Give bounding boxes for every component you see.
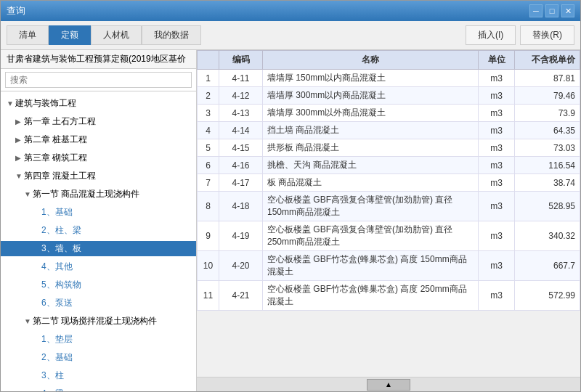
cell-price: 79.46 <box>515 87 580 105</box>
table-row[interactable]: 6 4-16 挑檐、天沟 商品混凝土 m3 116.54 <box>198 157 580 174</box>
cell-code: 4-21 <box>219 281 263 311</box>
cell-name: 挡土墙 商品混凝土 <box>263 122 479 139</box>
tree-node-label: 第三章 砌筑工程 <box>24 152 193 164</box>
tree-node-label: 建筑与装饰工程 <box>15 97 193 110</box>
list-item: 5、构筑物 <box>1 276 196 294</box>
tree-node-label: 第二节 现场搅拌混凝土现浇构件 <box>33 315 193 327</box>
cell-num: 2 <box>198 87 219 105</box>
window-title: 查询 <box>7 4 25 17</box>
tree-node-ch4s2i2[interactable]: 2、基础 <box>1 350 196 365</box>
list-item: ▼ 第四章 混凝土工程 <box>1 167 196 185</box>
tree-node-ch3[interactable]: ▶ 第三章 砌筑工程 <box>1 150 196 166</box>
table-row[interactable]: 9 4-19 空心板楼盖 GBF高强复合薄壁管(加劲肋管) 直径 250mm商品… <box>198 221 580 251</box>
right-panel: 编码 名称 单位 不含税单价 1 4-11 墙墙厚 150mm以内商品混凝土 m… <box>197 50 580 391</box>
bottom-bar: ▲ <box>197 377 580 391</box>
cell-price: 73.03 <box>515 139 580 157</box>
tree-node-ch4s1i5[interactable]: 5、构筑物 <box>1 277 196 293</box>
cell-unit: m3 <box>479 281 515 311</box>
replace-button[interactable]: 替换(R) <box>520 25 574 45</box>
tab-mydata[interactable]: 我的数据 <box>142 25 201 45</box>
table-row[interactable]: 8 4-18 空心板楼盖 GBF高强复合薄壁管(加劲肋管) 直径 150mm商品… <box>198 192 580 221</box>
tree-node-label: 5、构筑物 <box>41 279 193 291</box>
tab-rencaiji[interactable]: 人材机 <box>91 25 142 45</box>
tree-node-ch4s2i3[interactable]: 3、柱 <box>1 368 196 383</box>
list-item: 1、基础 <box>1 203 196 221</box>
window-controls: ─ □ ✕ <box>529 4 574 17</box>
list-item: 2、柱、梁 <box>1 221 196 240</box>
cell-num: 8 <box>198 192 219 221</box>
table-row[interactable]: 1 4-11 墙墙厚 150mm以内商品混凝土 m3 87.81 <box>198 70 580 87</box>
cell-unit: m3 <box>479 105 515 122</box>
cell-code: 4-17 <box>219 174 263 192</box>
tab-dinge[interactable]: 定额 <box>49 25 91 45</box>
tree-node-label: 6、泵送 <box>41 297 193 309</box>
tree-node-ch4s2i1[interactable]: 1、垫层 <box>1 332 196 347</box>
tree-node-ch4s1i6[interactable]: 6、泵送 <box>1 295 196 311</box>
left-panel: 甘肃省建筑与装饰工程预算定额(2019地区基价 ▼ 建筑与装饰工程 ▶ 第一章 … <box>1 50 197 391</box>
cell-code: 4-12 <box>219 87 263 105</box>
tree-node-label: 2、柱、梁 <box>41 224 193 237</box>
table-row[interactable]: 3 4-13 墙墙厚 300mm以外商品混凝土 m3 73.9 <box>198 105 580 122</box>
tree-node-ch4s2i4[interactable]: 4、梁 <box>1 386 196 391</box>
maximize-button[interactable]: □ <box>545 4 558 17</box>
cell-code: 4-20 <box>219 251 263 281</box>
table-row[interactable]: 2 4-12 墙墙厚 300mm以内商品混凝土 m3 79.46 <box>198 87 580 105</box>
cell-name: 空心板楼盖 GBF竹芯盒(蜂巢芯盒) 高度 250mm商品混凝土 <box>263 281 479 311</box>
cell-unit: m3 <box>479 70 515 87</box>
list-item: ▼ 建筑与装饰工程 <box>1 94 196 113</box>
table-row[interactable]: 11 4-21 空心板楼盖 GBF竹芯盒(蜂巢芯盒) 高度 250mm商品混凝土… <box>198 281 580 311</box>
cell-name: 空心板楼盖 GBF竹芯盒(蜂巢芯盒) 高度 150mm商品混凝土 <box>263 251 479 281</box>
table-row[interactable]: 5 4-15 拱形板 商品混凝土 m3 73.03 <box>198 139 580 157</box>
list-item: ▶ 第二章 桩基工程 <box>1 131 196 149</box>
tree-node-ch4[interactable]: ▼ 第四章 混凝土工程 <box>1 168 196 184</box>
cell-unit: m3 <box>479 221 515 251</box>
cell-price: 64.35 <box>515 122 580 139</box>
tree-node-label: 第一节 商品混凝土现浇构件 <box>33 188 193 200</box>
tree-node-ch4s1i3[interactable]: 3、墙、板 <box>1 241 196 256</box>
cell-unit: m3 <box>479 122 515 139</box>
action-buttons: 插入(I) 替换(R) <box>466 25 574 45</box>
search-box <box>1 69 196 91</box>
quota-library-title: 甘肃省建筑与装饰工程预算定额(2019地区基价 <box>7 54 186 64</box>
cell-unit: m3 <box>479 174 515 192</box>
tree-node-root[interactable]: ▼ 建筑与装饰工程 <box>1 96 196 111</box>
expand-icon: ▼ <box>7 99 15 107</box>
tree-node-ch2[interactable]: ▶ 第二章 桩基工程 <box>1 132 196 147</box>
cell-name: 空心板楼盖 GBF高强复合薄壁管(加劲肋管) 直径 150mm商品混凝土 <box>263 192 479 221</box>
tree-node-ch4s1i1[interactable]: 1、基础 <box>1 205 196 220</box>
cell-num: 1 <box>198 70 219 87</box>
cell-code: 4-11 <box>219 70 263 87</box>
expand-icon: ▼ <box>24 190 33 198</box>
cell-unit: m3 <box>479 251 515 281</box>
tree-node-ch4s1[interactable]: ▼ 第一节 商品混凝土现浇构件 <box>1 187 196 202</box>
expand-icon: ▼ <box>24 317 33 325</box>
table-row[interactable]: 4 4-14 挡土墙 商品混凝土 m3 64.35 <box>198 122 580 139</box>
tree-node-ch4s1i4[interactable]: 4、其他 <box>1 259 196 274</box>
col-header-price: 不含税单价 <box>515 51 580 70</box>
cell-code: 4-14 <box>219 122 263 139</box>
expand-icon: ▼ <box>15 172 24 180</box>
cell-name: 空心板楼盖 GBF高强复合薄壁管(加劲肋管) 直径 250mm商品混凝土 <box>263 221 479 251</box>
minimize-button[interactable]: ─ <box>529 4 543 17</box>
cell-code: 4-18 <box>219 192 263 221</box>
expand-icon: ▶ <box>15 118 24 126</box>
insert-button[interactable]: 插入(I) <box>466 25 516 45</box>
table-row[interactable]: 7 4-17 板 商品混凝土 m3 38.74 <box>198 174 580 192</box>
list-item: ▼ 第二节 现场搅拌混凝土现浇构件 <box>1 312 196 330</box>
tree-node-ch4s1i2[interactable]: 2、柱、梁 <box>1 223 196 238</box>
cell-code: 4-16 <box>219 157 263 174</box>
tree-node-ch4s2[interactable]: ▼ 第二节 现场搅拌混凝土现浇构件 <box>1 314 196 329</box>
cell-num: 10 <box>198 251 219 281</box>
table-row[interactable]: 10 4-20 空心板楼盖 GBF竹芯盒(蜂巢芯盒) 高度 150mm商品混凝土… <box>198 251 580 281</box>
cell-unit: m3 <box>479 192 515 221</box>
list-item: 6、泵送 <box>1 294 196 312</box>
cell-name: 拱形板 商品混凝土 <box>263 139 479 157</box>
cell-num: 9 <box>198 221 219 251</box>
search-input[interactable] <box>5 72 192 88</box>
tab-qingdan[interactable]: 清单 <box>7 25 49 45</box>
tree-node-ch1[interactable]: ▶ 第一章 土石方工程 <box>1 114 196 129</box>
scroll-up-button[interactable]: ▲ <box>367 379 410 391</box>
cell-price: 572.99 <box>515 281 580 311</box>
tree-node-label: 1、垫层 <box>41 333 193 346</box>
close-button[interactable]: ✕ <box>561 4 574 17</box>
